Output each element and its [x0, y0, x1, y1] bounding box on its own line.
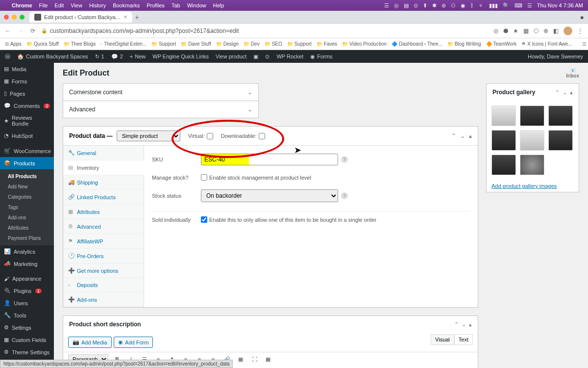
- menu-profiles[interactable]: Profiles: [147, 2, 165, 8]
- bookmark[interactable]: 🔶TeamWork: [486, 41, 517, 47]
- sidebar-sub-payment[interactable]: Payment Plans: [0, 233, 54, 243]
- tab-linked[interactable]: 🔗Linked Products: [63, 190, 144, 205]
- bookmark-folder[interactable]: 📁Dave Stuff: [181, 41, 211, 47]
- downloadable-checkbox[interactable]: Downloadable:: [221, 133, 265, 139]
- sidebar-item-woocommerce[interactable]: 🛒WooCommerce: [0, 145, 54, 157]
- tab-inventory[interactable]: ▤Inventory: [63, 160, 144, 175]
- product-type-select[interactable]: Simple product: [117, 131, 180, 141]
- bookmark[interactable]: 🔷Dashboard ‹ Thee...: [392, 41, 442, 47]
- toggle-icon[interactable]: ▴: [469, 321, 472, 328]
- metabox-advanced[interactable]: Advanced⌄: [63, 101, 259, 118]
- tab-affiliatewp[interactable]: ⚑AffiliateWP: [63, 234, 144, 249]
- bookmark-folder[interactable]: 📁Blog Writing: [447, 41, 481, 47]
- tab-attributes[interactable]: ▦Attributes: [63, 205, 144, 219]
- sidebar-item-appearance[interactable]: 🖌Appearance: [0, 273, 54, 285]
- updates-link[interactable]: ↻ 1: [95, 53, 104, 60]
- spotlight-icon[interactable]: 🔍: [503, 2, 510, 9]
- wprocket[interactable]: WP Rocket: [276, 53, 303, 59]
- add-form-button[interactable]: ◉ Add Form: [114, 337, 153, 348]
- menubar-icon[interactable]: ⊙: [414, 2, 418, 9]
- menu-app[interactable]: Chrome: [12, 2, 32, 8]
- gallery-thumb[interactable]: [548, 130, 573, 151]
- text-tab[interactable]: Text: [454, 334, 473, 345]
- bookmark-folder[interactable]: 📁Thee Blogs: [64, 41, 96, 47]
- tab-general[interactable]: 🔧General: [63, 146, 144, 160]
- virtual-checkbox[interactable]: Virtual:: [188, 133, 213, 139]
- chevron-down-icon[interactable]: ⌄: [462, 321, 466, 328]
- toolbar-toggle-button[interactable]: ▦: [263, 354, 273, 364]
- sidebar-sub-all[interactable]: All Products: [0, 171, 54, 182]
- menu-view[interactable]: View: [71, 2, 82, 8]
- menu-window[interactable]: Window: [187, 2, 206, 8]
- wp-logo[interactable]: ⓦ: [5, 53, 10, 60]
- gallery-thumb[interactable]: [520, 105, 544, 126]
- apps-button[interactable]: ⊞Apps: [5, 41, 22, 47]
- sidebar-item-marketing[interactable]: 📣Marketing: [0, 258, 54, 270]
- menu-file[interactable]: File: [39, 2, 48, 8]
- menubar-clock[interactable]: Thu Nov 4 7:36 AM: [537, 2, 583, 8]
- sidebar-item-tools[interactable]: 🔧Tools: [0, 309, 54, 321]
- manage-stock-checkbox[interactable]: [201, 174, 207, 181]
- stock-status-select[interactable]: On backorder: [201, 189, 338, 202]
- sidebar-item-analytics[interactable]: 📊Analytics: [0, 245, 54, 258]
- new-link[interactable]: + New: [130, 53, 146, 59]
- control-center-icon[interactable]: ☰: [527, 2, 532, 9]
- bookmark-folder[interactable]: 📁Faves: [317, 41, 337, 47]
- forms-link[interactable]: ◉ Forms: [310, 53, 332, 60]
- gallery-thumb[interactable]: [491, 155, 516, 175]
- new-tab-button[interactable]: +: [135, 13, 139, 21]
- add-media-button[interactable]: 📷 Add Media: [68, 337, 112, 348]
- sidebar-item-comments[interactable]: 💬Comments2: [0, 100, 54, 112]
- bookmark-folder[interactable]: 📁Dev: [244, 41, 260, 47]
- bookmark-folder[interactable]: 📁Video Production: [342, 41, 387, 47]
- extension-icon[interactable]: ⬢: [503, 27, 508, 34]
- reload-button[interactable]: ⟳: [30, 27, 35, 34]
- extension-icon[interactable]: ▦: [523, 27, 529, 34]
- tab-preorders[interactable]: 🕐Pre-Orders: [63, 249, 144, 263]
- tab-overflow-icon[interactable]: ●: [580, 13, 584, 21]
- address-bar[interactable]: 🔒 custombackyardspaces.com/wp-admin/post…: [41, 27, 488, 34]
- menu-bookmarks[interactable]: Bookmarks: [113, 2, 140, 8]
- reading-list[interactable]: ☰Reading List: [582, 41, 588, 47]
- bluetooth-icon[interactable]: ᛒ: [470, 2, 474, 8]
- menubar-icon[interactable]: ◎: [394, 2, 399, 9]
- gallery-thumb[interactable]: [520, 155, 544, 175]
- sidebar-item-forms[interactable]: ▦Forms: [0, 75, 54, 87]
- menu-help[interactable]: Help: [213, 2, 224, 8]
- sidebar-item-reviews[interactable]: ★Reviews Bundle: [0, 112, 54, 130]
- tab-shipping[interactable]: 🚚Shipping: [63, 175, 144, 190]
- sidebar-item-plugins[interactable]: 🔌Plugins1: [0, 285, 54, 297]
- gallery-thumb[interactable]: [520, 130, 544, 151]
- extension-icon[interactable]: ⬡: [534, 27, 539, 34]
- chevron-up-icon[interactable]: ⌃: [454, 321, 459, 328]
- tab-addons[interactable]: ➕Add-ons: [63, 292, 144, 307]
- bookmark-folder[interactable]: 📁Design: [216, 41, 239, 47]
- inbox-button[interactable]: 📧Inbox: [566, 68, 579, 79]
- site-link[interactable]: 🏠 Custom Backyard Spaces: [17, 53, 88, 60]
- bookmark-folder[interactable]: 📁Support: [287, 41, 312, 47]
- extension-icon[interactable]: ◧: [553, 27, 559, 34]
- chevron-up-icon[interactable]: ⌃: [555, 89, 560, 96]
- help-icon[interactable]: ?: [341, 192, 348, 199]
- tab-deposits[interactable]: ▫Deposits: [63, 278, 144, 292]
- adminbar-icon[interactable]: ⊙: [265, 53, 270, 60]
- bookmark[interactable]: ▫TheeDigital Exten...: [100, 41, 147, 47]
- menubar-icon[interactable]: ⚇: [451, 2, 456, 9]
- extension-icon[interactable]: ⊕: [543, 27, 548, 34]
- howdy-link[interactable]: Howdy, Dave Sweeney: [528, 53, 583, 59]
- gallery-thumb[interactable]: [491, 130, 516, 151]
- sidebar-sub-categories[interactable]: Categories: [0, 192, 54, 202]
- sidebar-item-pages[interactable]: ▯Pages: [0, 87, 54, 100]
- help-icon[interactable]: ?: [341, 156, 348, 163]
- menubar-icon[interactable]: ✱: [432, 2, 437, 9]
- tab-getmore[interactable]: ➕Get more options: [63, 263, 144, 278]
- bookmark-folder[interactable]: 📁Quora Stuff: [26, 41, 59, 47]
- chevron-down-icon[interactable]: ⌄: [563, 89, 567, 96]
- adminbar-icon[interactable]: ▣: [253, 53, 258, 60]
- visual-tab[interactable]: Visual: [431, 334, 454, 345]
- sidebar-item-products[interactable]: 📦Products: [0, 157, 54, 169]
- profile-avatar[interactable]: [564, 26, 572, 35]
- quicklinks[interactable]: WP Engine Quick Links: [152, 53, 209, 59]
- back-button[interactable]: ←: [5, 27, 11, 34]
- sku-input[interactable]: [201, 154, 338, 165]
